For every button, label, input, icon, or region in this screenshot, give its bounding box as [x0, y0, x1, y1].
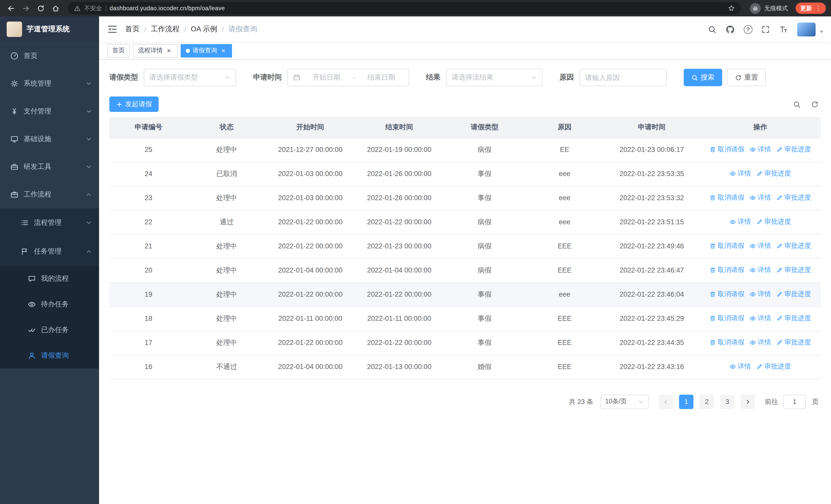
- browser-reload-button[interactable]: [35, 3, 46, 14]
- cancel-leave-link[interactable]: 取消请假: [709, 266, 744, 275]
- approval-progress-link[interactable]: 审批进度: [776, 266, 811, 275]
- browser-forward-button[interactable]: [20, 3, 31, 14]
- browser-update-button[interactable]: 更新 ⋮: [796, 3, 826, 14]
- breadcrumb-item-oa-example[interactable]: OA 示例: [191, 25, 218, 34]
- detail-link[interactable]: 详情: [729, 217, 751, 227]
- toggle-search-icon[interactable]: [793, 100, 801, 108]
- cancel-leave-link[interactable]: 取消请假: [709, 241, 744, 251]
- cancel-leave-link[interactable]: 取消请假: [709, 338, 744, 347]
- sidebar-item-home[interactable]: 首页: [0, 42, 99, 70]
- page-button-1[interactable]: 1: [679, 394, 693, 409]
- leave-type-placeholder: 请选择请假类型: [149, 73, 198, 82]
- detail-link[interactable]: 详情: [749, 290, 771, 299]
- reason-input[interactable]: [579, 69, 667, 86]
- sidebar-item-process-management[interactable]: 流程管理: [0, 208, 99, 237]
- bookmark-star-icon[interactable]: [728, 5, 735, 12]
- refresh-table-icon[interactable]: [811, 100, 819, 108]
- cell-status: 不通过: [188, 355, 266, 379]
- detail-link[interactable]: 详情: [749, 193, 771, 203]
- cell-applied: 2022-01-22 23:44:35: [604, 330, 699, 355]
- reset-button[interactable]: 重置: [727, 69, 766, 86]
- font-size-icon[interactable]: [779, 25, 789, 34]
- browser-home-button[interactable]: [50, 3, 61, 14]
- page-size-select[interactable]: 10条/页: [601, 394, 649, 409]
- approval-progress-link[interactable]: 审批进度: [776, 145, 811, 154]
- approval-progress-link[interactable]: 审批进度: [776, 290, 811, 299]
- approval-progress-link[interactable]: 审批进度: [756, 362, 791, 371]
- breadcrumb-item-home[interactable]: 首页: [125, 25, 140, 34]
- eye-icon: [729, 219, 736, 225]
- sidebar-item-dev-tools[interactable]: 研发工具: [0, 153, 99, 181]
- detail-link-label: 详情: [757, 241, 771, 251]
- logo[interactable]: 芋道管理系统: [0, 17, 99, 42]
- sidebar-toggle-button[interactable]: [107, 24, 118, 34]
- help-icon[interactable]: ?: [744, 25, 752, 34]
- result-select[interactable]: 请选择流结果: [446, 69, 543, 86]
- approval-progress-link[interactable]: 审批进度: [756, 217, 791, 227]
- tab-leave-query[interactable]: 请假查询 ×: [181, 44, 232, 57]
- sidebar-item-workflow[interactable]: 工作流程: [0, 181, 99, 208]
- detail-link[interactable]: 详情: [749, 266, 771, 275]
- page-button-3[interactable]: 3: [720, 394, 735, 409]
- tab-home[interactable]: 首页: [107, 44, 130, 57]
- cell-actions: 取消请假详情审批进度: [700, 138, 821, 162]
- cancel-leave-link[interactable]: 取消请假: [709, 290, 744, 299]
- page-button-2[interactable]: 2: [699, 394, 714, 409]
- sidebar-item-task-management[interactable]: 任务管理: [0, 237, 99, 266]
- search-button-label: 搜索: [700, 73, 715, 82]
- next-page-button[interactable]: [741, 394, 755, 409]
- leave-type-select[interactable]: 请选择请假类型: [144, 69, 236, 86]
- sidebar-item-my-processes[interactable]: 我的流程: [0, 266, 99, 292]
- detail-link[interactable]: 详情: [749, 338, 771, 347]
- detail-link[interactable]: 详情: [729, 362, 751, 371]
- detail-link[interactable]: 详情: [749, 145, 771, 154]
- apply-time-range-picker[interactable]: 开始日期 - 结束日期: [287, 69, 409, 86]
- goto-page-input[interactable]: [783, 394, 806, 409]
- address-bar[interactable]: 不安全 dashboard.yudao.iocoder.cn/bpm/oa/le…: [68, 2, 741, 14]
- close-icon[interactable]: ×: [220, 47, 227, 54]
- approval-progress-link[interactable]: 审批进度: [776, 314, 811, 323]
- caret-down-icon[interactable]: ▾: [820, 28, 823, 36]
- sidebar-item-done-tasks[interactable]: 已办任务: [0, 317, 99, 343]
- breadcrumb-item-workflow[interactable]: 工作流程: [151, 25, 180, 34]
- cell-actions: 取消请假详情审批进度: [700, 258, 821, 282]
- browser-menu-icon[interactable]: ⋮: [815, 5, 821, 12]
- cancel-leave-link[interactable]: 取消请假: [709, 193, 744, 203]
- tab-process-detail[interactable]: 流程详情 ×: [133, 44, 178, 57]
- cell-type: 病假: [444, 210, 525, 234]
- search-icon[interactable]: [708, 25, 717, 34]
- browser-back-button[interactable]: [5, 3, 17, 14]
- cell-actions: 取消请假详情审批进度: [700, 330, 821, 355]
- prev-page-button[interactable]: [659, 394, 673, 409]
- detail-link[interactable]: 详情: [749, 314, 771, 323]
- sidebar-item-payment-management[interactable]: 支付管理: [0, 97, 99, 125]
- table-row: 18处理中2022-01-11 00:00:002022-01-11 00:00…: [109, 306, 821, 330]
- search-button[interactable]: 搜索: [684, 69, 722, 86]
- cell-applied: 2022-01-23 00:06:17: [604, 138, 699, 162]
- cell-actions: 取消请假详情审批进度: [700, 234, 821, 258]
- detail-link[interactable]: 详情: [729, 169, 751, 178]
- cancel-leave-link[interactable]: 取消请假: [709, 314, 744, 323]
- detail-link[interactable]: 详情: [749, 241, 771, 251]
- sidebar-item-pending-tasks[interactable]: 待办任务: [0, 292, 99, 317]
- edit-icon: [776, 291, 783, 298]
- approval-progress-link[interactable]: 审批进度: [776, 241, 811, 251]
- github-icon[interactable]: [726, 25, 735, 34]
- eye-icon: [749, 243, 756, 249]
- approval-progress-link[interactable]: 审批进度: [756, 169, 791, 178]
- sidebar-item-label: 我的流程: [41, 274, 69, 283]
- create-leave-label: 发起请假: [125, 99, 152, 109]
- sidebar-item-infrastructure[interactable]: 基础设施: [0, 125, 99, 153]
- cell-reason: EE: [525, 138, 604, 162]
- cell-start: 2022-01-22 00:00:00: [266, 210, 355, 234]
- incognito-badge: 无痕模式: [750, 3, 788, 13]
- fullscreen-icon[interactable]: [761, 25, 770, 34]
- sidebar-item-leave-query[interactable]: 请假查询: [0, 343, 99, 368]
- create-leave-button[interactable]: 发起请假: [109, 96, 159, 112]
- approval-progress-link[interactable]: 审批进度: [776, 338, 811, 347]
- sidebar-item-system-management[interactable]: 系统管理: [0, 70, 99, 97]
- approval-progress-link[interactable]: 审批进度: [776, 193, 811, 203]
- close-icon[interactable]: ×: [165, 47, 172, 54]
- avatar[interactable]: [797, 22, 815, 36]
- cancel-leave-link[interactable]: 取消请假: [709, 145, 744, 154]
